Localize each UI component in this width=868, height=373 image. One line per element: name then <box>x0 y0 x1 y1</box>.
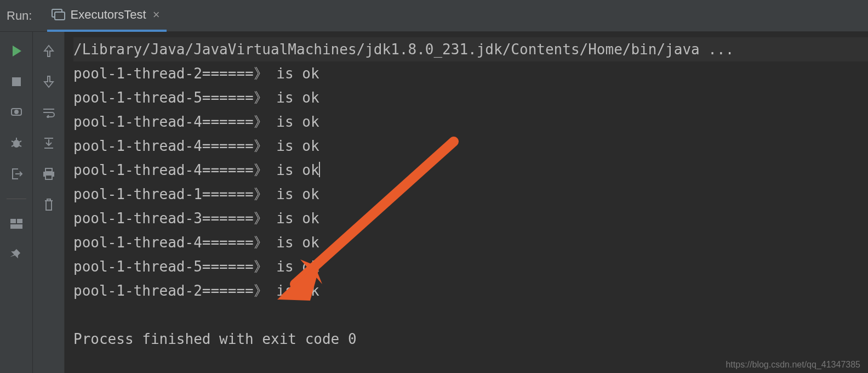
console-line: pool-1-thread-4======》 is ok <box>73 158 868 182</box>
toolbar-divider <box>7 199 26 199</box>
svg-rect-3 <box>12 77 21 86</box>
run-toolbar-secondary <box>33 32 65 373</box>
svg-rect-14 <box>10 224 22 229</box>
run-toolbar-primary <box>0 32 33 373</box>
run-label: Run: <box>7 9 32 23</box>
exit-line: Process finished with exit code 0 <box>73 327 868 351</box>
console-line: pool-1-thread-2======》 is ok <box>73 279 868 303</box>
console-line: pool-1-thread-5======》 is ok <box>73 86 868 110</box>
up-stack-button[interactable] <box>41 43 57 59</box>
clear-all-button[interactable] <box>41 196 57 213</box>
console-lines: pool-1-thread-2======》 is okpool-1-threa… <box>73 61 868 303</box>
svg-point-6 <box>13 140 20 148</box>
svg-line-10 <box>12 145 14 146</box>
print-button[interactable] <box>41 166 57 182</box>
console-line: pool-1-thread-4======》 is ok <box>73 110 868 134</box>
blank-line <box>73 303 868 327</box>
console-line: pool-1-thread-5======》 is ok <box>73 255 868 279</box>
soft-wrap-button[interactable] <box>41 104 57 121</box>
run-config-icon <box>52 9 66 21</box>
svg-line-11 <box>19 145 21 146</box>
console-line: pool-1-thread-2======》 is ok <box>73 61 868 86</box>
watermark-text: https://blog.csdn.net/qq_41347385 <box>726 360 860 370</box>
svg-rect-1 <box>55 12 65 20</box>
close-icon[interactable]: × <box>151 9 162 21</box>
svg-point-5 <box>14 110 19 114</box>
svg-marker-2 <box>13 46 21 56</box>
console-line: pool-1-thread-3======》 is ok <box>73 206 868 230</box>
text-cursor <box>319 162 320 177</box>
console-output[interactable]: /Library/Java/JavaVirtualMachines/jdk1.8… <box>65 32 868 373</box>
rerun-button[interactable] <box>8 43 25 59</box>
tab-label: ExecutorsTest <box>70 8 146 22</box>
scroll-to-end-button[interactable] <box>41 135 57 151</box>
tab-executors-test[interactable]: ExecutorsTest × <box>47 0 166 32</box>
dump-threads-button[interactable] <box>8 104 25 121</box>
layout-button[interactable] <box>8 216 25 232</box>
exit-button[interactable] <box>8 166 25 182</box>
svg-line-9 <box>19 141 21 142</box>
svg-rect-12 <box>10 219 16 223</box>
run-tool-header: Run: ExecutorsTest × <box>0 0 868 32</box>
debug-button[interactable] <box>8 135 25 151</box>
console-line: pool-1-thread-4======》 is ok <box>73 134 868 158</box>
svg-rect-13 <box>17 219 22 223</box>
console-line: pool-1-thread-4======》 is ok <box>73 230 868 255</box>
console-line: pool-1-thread-1======》 is ok <box>73 182 868 206</box>
down-stack-button[interactable] <box>41 74 57 90</box>
pin-button[interactable] <box>8 246 25 263</box>
stop-button[interactable] <box>8 74 25 90</box>
svg-rect-15 <box>45 168 52 172</box>
command-line: /Library/Java/JavaVirtualMachines/jdk1.8… <box>73 37 868 61</box>
svg-rect-17 <box>45 175 52 179</box>
svg-line-8 <box>12 141 14 142</box>
